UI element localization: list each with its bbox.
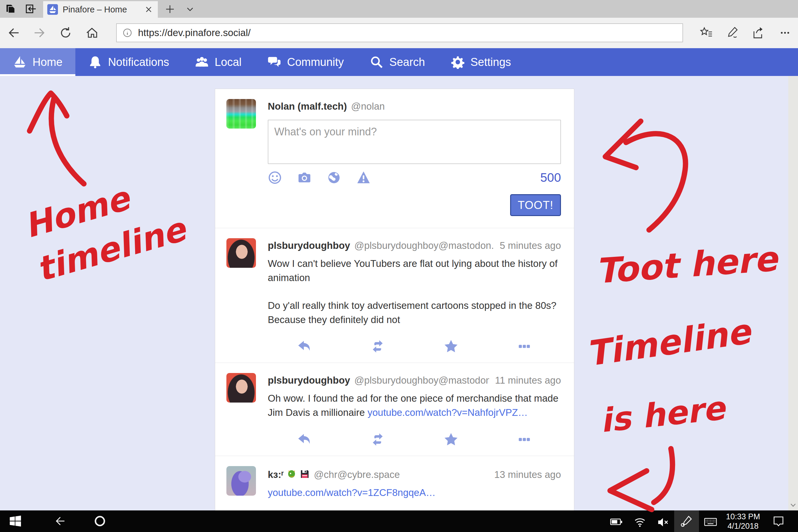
taskbar-clock[interactable]: 10:33 PM 4/1/2018 — [723, 512, 762, 531]
nav-label: Search — [389, 56, 425, 69]
post-paragraph: Wow I can't believe YouTubers are flat o… — [268, 256, 561, 285]
wifi-icon[interactable] — [633, 516, 646, 529]
action-center-icon[interactable] — [772, 515, 785, 528]
search-icon — [370, 55, 383, 69]
tablet-back-icon[interactable] — [54, 515, 67, 528]
emoji-picker-icon[interactable] — [268, 171, 282, 185]
favorite-star-icon[interactable] — [444, 339, 458, 354]
bell-icon — [88, 55, 102, 69]
forward-icon[interactable] — [33, 26, 46, 40]
web-note-pen-icon[interactable] — [726, 26, 739, 40]
compose-avatar[interactable] — [226, 99, 256, 129]
post-display-name: plsburydoughboy — [268, 240, 350, 251]
more-options-icon[interactable] — [517, 339, 532, 354]
page-scrollbar[interactable] — [788, 76, 798, 532]
tab-close-icon[interactable] — [144, 4, 154, 15]
home-icon[interactable] — [85, 26, 99, 40]
post-display-name: kз:ʳ — [268, 469, 284, 480]
media-upload-camera-icon[interactable] — [297, 171, 311, 185]
url-text: https://dev.pinafore.social/ — [138, 27, 251, 38]
post-paragraph: Do y'all really think toy advertisement … — [268, 299, 561, 327]
nav-tab-settings[interactable]: Settings — [438, 48, 524, 76]
post-content: Wow I can't believe YouTubers are flat o… — [268, 256, 561, 327]
compose-handle: @nolan — [351, 101, 385, 112]
boost-icon[interactable] — [370, 432, 385, 447]
pinafore-nav: Home Notifications Local Community Searc… — [0, 48, 798, 76]
privacy-globe-icon[interactable] — [327, 171, 341, 185]
reply-icon[interactable] — [297, 432, 312, 447]
nav-label: Home — [33, 56, 62, 69]
more-options-icon[interactable] — [517, 432, 532, 447]
share-icon[interactable] — [752, 26, 765, 40]
nav-tab-home[interactable]: Home — [0, 48, 75, 76]
more-menu-icon[interactable] — [778, 26, 792, 40]
toot-button[interactable]: TOOT! — [510, 194, 561, 216]
nav-tab-community[interactable]: Community — [254, 48, 357, 76]
char-count: 500 — [540, 171, 561, 185]
nav-tab-local[interactable]: Local — [182, 48, 254, 76]
gear-icon — [451, 55, 464, 69]
site-info-icon[interactable] — [122, 27, 133, 38]
windows-ink-pen-icon[interactable] — [680, 515, 693, 528]
post-link[interactable]: youtube.com/watch?v=NahfojrVPZ… — [367, 407, 528, 418]
address-bar[interactable]: https://dev.pinafore.social/ — [116, 23, 683, 42]
compose-box: Nolan (malf.tech) @nolan 500 — [215, 89, 574, 228]
nav-label: Community — [287, 56, 344, 69]
refresh-icon[interactable] — [59, 26, 72, 40]
nav-label: Notifications — [108, 56, 169, 69]
status-post: plsburydoughboy @plsburydoughboy@mastodo… — [215, 363, 574, 456]
post-handle: @plsburydoughboy@mastodon.so… — [354, 240, 494, 251]
page-content: Nolan (malf.tech) @nolan 500 — [0, 76, 798, 532]
new-tab-icon[interactable] — [164, 3, 175, 15]
clock-time: 10:33 PM — [723, 512, 762, 521]
post-timestamp[interactable]: 13 minutes ago — [488, 469, 561, 480]
floppy-disk-emoji — [300, 469, 310, 479]
browser-toolbar: https://dev.pinafore.social/ — [0, 18, 798, 48]
scroll-down-icon[interactable] — [789, 501, 797, 509]
nav-tab-notifications[interactable]: Notifications — [75, 48, 182, 76]
browser-tab[interactable]: Pinafore – Home — [43, 1, 158, 18]
volume-muted-icon[interactable] — [657, 516, 670, 529]
windows-taskbar: 10:33 PM 4/1/2018 — [0, 510, 798, 532]
post-avatar[interactable] — [226, 238, 256, 268]
nav-tab-search[interactable]: Search — [357, 48, 438, 76]
content-warning-icon[interactable] — [357, 171, 370, 185]
clock-date: 4/1/2018 — [723, 521, 762, 531]
post-link[interactable]: youtube.com/watch?v=1ZCF8ngqeA… — [268, 487, 436, 498]
cortana-icon[interactable] — [93, 515, 107, 528]
hub-favorites-icon[interactable] — [700, 26, 713, 40]
nav-label: Settings — [471, 56, 511, 69]
tab-title: Pinafore – Home — [63, 5, 144, 15]
favorite-star-icon[interactable] — [444, 432, 458, 447]
post-handle: @chr@cybre.space — [314, 469, 400, 480]
touch-keyboard-icon[interactable] — [704, 515, 717, 529]
post-content: Oh wow. I found the ad for the one piece… — [268, 391, 561, 420]
nav-label: Local — [214, 56, 242, 69]
battery-icon[interactable] — [610, 516, 623, 529]
compose-input[interactable] — [268, 120, 561, 164]
dragon-emoji — [287, 469, 297, 479]
people-icon — [195, 55, 209, 69]
compose-display-name: Nolan (malf.tech) — [268, 101, 347, 112]
back-icon[interactable] — [7, 26, 21, 40]
post-handle: @plsburydoughboy@mastodon.s… — [354, 375, 489, 386]
status-post: plsburydoughboy @plsburydoughboy@mastodo… — [215, 228, 574, 363]
set-aside-tabs-icon[interactable] — [5, 3, 17, 15]
reply-icon[interactable] — [297, 339, 312, 354]
browser-tab-strip: Pinafore – Home — [0, 0, 798, 18]
post-avatar[interactable] — [226, 373, 256, 402]
sailboat-icon — [13, 55, 26, 69]
timeline-column: Nolan (malf.tech) @nolan 500 — [215, 89, 574, 532]
post-timestamp[interactable]: 5 minutes ago — [494, 240, 561, 251]
start-button-icon[interactable] — [9, 515, 22, 528]
pinafore-favicon — [47, 4, 58, 15]
tab-dropdown-icon[interactable] — [185, 3, 196, 15]
post-avatar[interactable] — [226, 466, 256, 496]
post-display-name: plsburydoughboy — [268, 375, 350, 386]
post-content: youtube.com/watch?v=1ZCF8ngqeA… — [268, 486, 561, 500]
speech-bubbles-icon — [267, 55, 281, 69]
post-timestamp[interactable]: 11 minutes ago — [489, 375, 561, 386]
boost-icon[interactable] — [370, 339, 385, 354]
tab-preview-icon[interactable] — [25, 3, 37, 15]
